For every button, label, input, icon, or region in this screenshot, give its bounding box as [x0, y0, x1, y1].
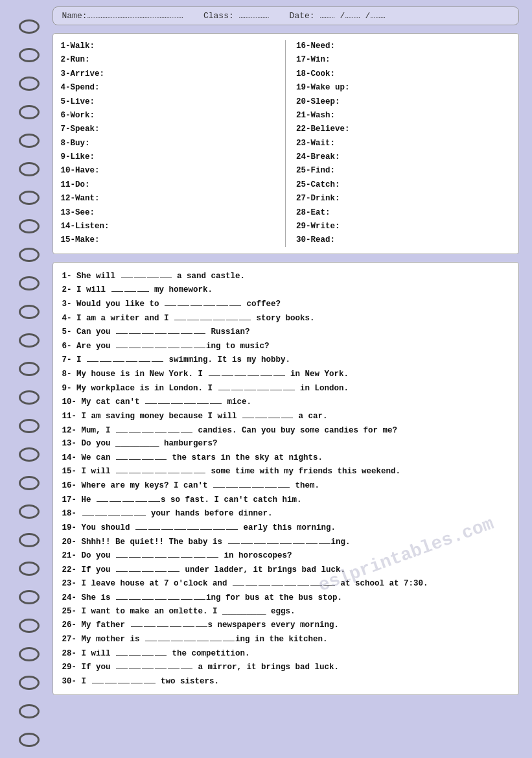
exercise-item: 26- My father s newspapers every morning… [62, 618, 509, 632]
spiral-ring [19, 619, 40, 633]
exercise-item: 5- Can you Russian? [62, 325, 509, 339]
exercise-item: 16- Where are my keys? I can't them. [62, 479, 509, 493]
list-item: 27-Drink: [296, 193, 511, 205]
spiral-ring [19, 77, 40, 91]
exercise-item: 1- She will a sand castle. [62, 269, 509, 283]
list-item: 10-Have: [61, 165, 275, 177]
verb-list-section: 1-Walk: 2-Run: 3-Arrive: 4-Spend: 5-Live… [52, 33, 519, 254]
list-item: 5-Live: [61, 96, 275, 108]
spiral-ring [19, 504, 40, 519]
list-item: 28-Eat: [296, 207, 511, 219]
list-item: 3-Arrive: [61, 68, 275, 80]
spiral-ring [19, 305, 40, 319]
list-item: 17-Win: [296, 54, 511, 66]
spiral-ring [19, 191, 40, 205]
spiral-ring [19, 590, 40, 604]
list-item: 30-Read: [296, 234, 511, 246]
page-container: Name:………………………………………………… Class: ……………… D… [14, 6, 519, 752]
exercise-item: 24- She is ing for bus at the bus stop. [62, 591, 509, 605]
exercise-item: 15- I will some time with my friends thi… [62, 464, 509, 479]
exercise-item: 4- I am a writer and I story books. [62, 311, 509, 326]
list-item: 16-Need: [296, 40, 511, 53]
class-label: Class: ……………… [203, 11, 269, 21]
spiral-binding [19, 19, 40, 758]
exercise-item: 10- My cat can't mice. [62, 395, 509, 409]
exercise-item: 28- I will the competition. [62, 646, 509, 661]
spiral-ring [19, 704, 40, 718]
exercise-item: 22- If you under ladder, it brings bad l… [62, 563, 509, 577]
exercise-item: 23- I leave house at 7 o'clock and at sc… [62, 576, 509, 591]
spiral-ring [19, 676, 40, 690]
list-item: 7-Speak: [61, 123, 275, 136]
list-item: 18-Cook: [296, 68, 511, 80]
exercise-item: 18- your hands before dinner. [62, 506, 509, 521]
spiral-ring [19, 533, 40, 547]
spiral-ring [19, 276, 40, 290]
exercise-item: 12- Mum, I candies. Can you buy some can… [62, 423, 509, 438]
list-item: 4-Spend: [61, 82, 275, 94]
spiral-ring [19, 733, 40, 747]
verb-col-left: 1-Walk: 2-Run: 3-Arrive: 4-Spend: 5-Live… [61, 40, 286, 247]
spiral-ring [19, 419, 40, 433]
exercise-section: 1- She will a sand castle. 2- I will my … [52, 262, 519, 696]
list-item: 29-Write: [296, 220, 511, 233]
exercise-item: 27- My mother is ing in the kitchen. [62, 632, 509, 646]
list-item: 20-Sleep: [296, 96, 511, 108]
exercise-item: 6- Are you ing to music? [62, 339, 509, 353]
list-item: 22-Believe: [296, 123, 511, 136]
list-item: 15-Make: [61, 234, 275, 246]
list-item: 25-Catch: [296, 179, 511, 191]
spiral-ring [19, 476, 40, 490]
verb-columns: 1-Walk: 2-Run: 3-Arrive: 4-Spend: 5-Live… [61, 40, 511, 247]
exercise-item: 19- You should early this morning. [62, 521, 509, 535]
list-item: 19-Wake up: [296, 82, 511, 94]
exercise-item: 14- We can the stars in the sky at night… [62, 451, 509, 465]
exercise-item: 17- He s so fast. I can't catch him. [62, 493, 509, 507]
spiral-ring [19, 362, 40, 376]
spiral-ring [19, 105, 40, 119]
exercise-item: 9- My workplace is in London. I in Londo… [62, 381, 509, 396]
list-item: 23-Wait: [296, 137, 511, 150]
exercise-item: 8- My house is in New York. I in New Yor… [62, 367, 509, 381]
list-item: 21-Wash: [296, 110, 511, 122]
list-item: 11-Do: [61, 179, 275, 191]
list-item: 24-Break: [296, 151, 511, 163]
exercise-item: 20- Shhh!! Be quiet!! The baby is ing. [62, 535, 509, 549]
spiral-ring [19, 19, 40, 34]
spiral-ring [19, 447, 40, 462]
spiral-ring [19, 162, 40, 176]
exercise-item: 30- I two sisters. [62, 674, 509, 689]
list-item: 8-Buy: [61, 137, 275, 150]
list-item: 9-Like: [61, 151, 275, 163]
exercise-item: 13- Do you _________ hamburgers? [62, 437, 509, 451]
list-item: 6-Work: [61, 110, 275, 122]
list-item: 13-See: [61, 207, 275, 219]
verb-col-right: 16-Need: 17-Win: 18-Cook: 19-Wake up: 20… [286, 40, 511, 247]
list-item: 25-Find: [296, 165, 511, 177]
spiral-ring [19, 390, 40, 405]
header-bar: Name:………………………………………………… Class: ……………… D… [52, 6, 519, 25]
spiral-ring [19, 333, 40, 348]
spiral-ring [19, 562, 40, 576]
spiral-ring [19, 647, 40, 661]
spiral-ring [19, 48, 40, 62]
spiral-ring [19, 248, 40, 262]
list-item: 1-Walk: [61, 40, 275, 53]
list-item: 2-Run: [61, 54, 275, 66]
list-item: 14-Listen: [61, 220, 275, 233]
exercise-item: 21- Do you in horoscopes? [62, 549, 509, 563]
exercise-item: 11- I am saving money because I will a c… [62, 409, 509, 423]
exercise-item: 25- I want to make an omlette. I _______… [62, 605, 509, 619]
date-label: Date: ……… /……… /……… [290, 11, 386, 21]
name-label: Name:………………………………………………… [62, 11, 183, 21]
list-item: 12-Want: [61, 193, 275, 205]
spiral-ring [19, 219, 40, 233]
exercise-item: 3- Would you like to coffee? [62, 297, 509, 311]
exercise-item: 7- I swimming. It is my hobby. [62, 353, 509, 367]
spiral-ring [19, 134, 40, 148]
exercise-item: 2- I will my homework. [62, 283, 509, 297]
exercise-item: 29- If you a mirror, it brings bad luck. [62, 660, 509, 674]
